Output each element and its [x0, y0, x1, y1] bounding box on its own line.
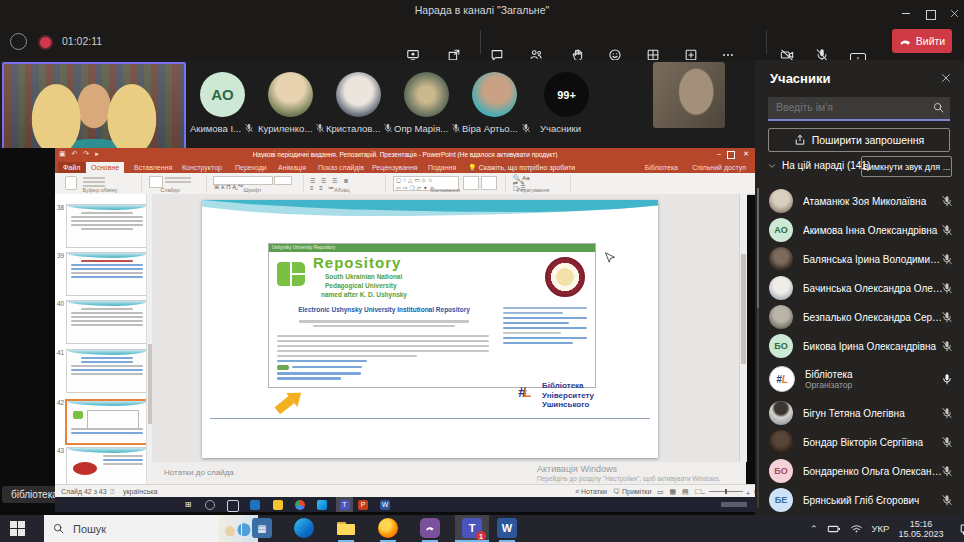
mic-off-icon[interactable]: [941, 224, 953, 236]
notes-toggle[interactable]: ≡ Нотатки: [575, 488, 607, 495]
avatar[interactable]: [472, 72, 517, 117]
participant-row[interactable]: Бачинська Олександра Олекса...: [769, 275, 955, 301]
language-indicator[interactable]: українська: [123, 488, 157, 495]
participant-search-input[interactable]: [774, 100, 928, 114]
font-size-box[interactable]: [274, 176, 292, 185]
in-meeting-section-header[interactable]: На цій нараді (141): [767, 160, 870, 171]
shared-edge-icon[interactable]: [317, 500, 327, 510]
comments-toggle[interactable]: 🗨 Примітки: [613, 488, 651, 495]
avatar[interactable]: [404, 72, 449, 117]
participant-row[interactable]: Атаманюк Зоя Миколаївна: [769, 188, 955, 214]
ppt-minimize-icon[interactable]: –: [717, 150, 721, 157]
mic-off-icon[interactable]: [941, 494, 953, 506]
slide-thumbnail-41[interactable]: [66, 349, 148, 393]
shared-taskview-icon[interactable]: [227, 500, 239, 512]
mic-off-icon[interactable]: [941, 195, 953, 207]
word-icon[interactable]: W: [497, 518, 517, 538]
mic-off-icon[interactable]: [941, 407, 953, 419]
ppt-quick-access-toolbar[interactable]: ▣ ↶ ↷ ▸: [59, 150, 101, 158]
ppt-tab-animations[interactable]: Анімація: [273, 162, 311, 173]
ppt-close-icon[interactable]: ✕: [743, 150, 749, 158]
wifi-icon[interactable]: [850, 522, 863, 535]
current-slide-canvas[interactable]: Ushynsky University Repository Repositor…: [202, 200, 658, 458]
maximize-icon[interactable]: [923, 6, 939, 22]
firefox-icon[interactable]: [378, 518, 398, 538]
ppt-tab-home[interactable]: Основне: [86, 162, 124, 173]
mic-off-icon[interactable]: [941, 282, 953, 294]
ppt-tab-review[interactable]: Рецензування: [367, 162, 423, 173]
task-view-icon[interactable]: [220, 518, 242, 540]
shared-mail-icon[interactable]: [250, 500, 260, 510]
participant-row[interactable]: Бондар Вікторія Сергіївна: [769, 429, 955, 455]
participant-row[interactable]: Балянська Ірина Володимирівна: [769, 246, 955, 272]
tray-expand-icon[interactable]: ⌃: [810, 524, 818, 534]
viber-icon[interactable]: [420, 518, 440, 538]
mic-off-icon[interactable]: [941, 436, 953, 448]
mic-off-icon[interactable]: [941, 311, 953, 323]
start-button[interactable]: [10, 521, 25, 536]
slide-thumbnail-39[interactable]: [66, 252, 148, 296]
slide-thumbnail-38[interactable]: [66, 204, 148, 248]
avatar[interactable]: [268, 72, 313, 117]
participant-row[interactable]: Бігун Тетяна Олегівна: [769, 400, 955, 426]
ppt-account-name[interactable]: Бібліотека: [640, 162, 683, 173]
ppt-tab-transitions[interactable]: Переходи: [230, 162, 272, 173]
leave-button[interactable]: Вийти: [892, 29, 952, 53]
paragraph-buttons[interactable]: ☰ ☰ ☰ ≣: [310, 177, 350, 184]
teams-taskbar-active-cell[interactable]: T1: [455, 515, 489, 542]
slide-thumbnail-40[interactable]: [66, 300, 148, 344]
ppt-tell-me[interactable]: 💡 Скажіть, що потрібно зробити: [463, 162, 580, 173]
battery-icon[interactable]: [827, 522, 841, 536]
ppt-share-button[interactable]: Спільний доступ: [687, 162, 751, 173]
participant-row[interactable]: Безпалько Олександра Сергіївна: [769, 304, 955, 330]
share-invite-button[interactable]: Поширити запрошення: [768, 128, 950, 152]
mic-off-icon[interactable]: [941, 465, 953, 477]
mute-all-button[interactable]: Вимкнути звук для ...: [861, 156, 952, 177]
calculator-icon[interactable]: ▦: [252, 518, 272, 538]
editor-scrollbar[interactable]: [739, 194, 747, 462]
secondary-video-tile[interactable]: [653, 62, 725, 128]
shared-powerpoint-icon[interactable]: P: [358, 500, 368, 510]
participant-search[interactable]: [768, 97, 950, 121]
language-indicator[interactable]: УКР: [872, 523, 890, 534]
file-explorer-icon[interactable]: [336, 518, 356, 538]
panel-scrollbar[interactable]: [757, 188, 759, 508]
action-center-icon[interactable]: [959, 522, 964, 536]
zoom-slider[interactable]: [709, 491, 743, 492]
avatar[interactable]: [336, 72, 381, 117]
ppt-slide-thumbnails[interactable]: 38 39 40 41 42 43: [55, 194, 153, 484]
participant-row[interactable]: БОБондаренко Ольга Олександрі...: [769, 458, 955, 484]
edge-icon[interactable]: [294, 518, 314, 538]
zoom-in-button[interactable]: +: [746, 490, 750, 497]
ppt-ribbon[interactable]: Буфер обміну Слайди Ж К П А̲ ᴬᵃ Шрифт ☰ …: [55, 173, 755, 195]
slide-thumbnail-42-selected[interactable]: [65, 399, 149, 445]
panel-close-icon[interactable]: [940, 72, 952, 84]
participant-row-organizer[interactable]: #L Бібліотека Організатор: [769, 362, 955, 396]
ppt-tab-design[interactable]: Конструктор: [177, 162, 227, 173]
shared-teams-active-cell[interactable]: T: [336, 497, 353, 512]
zoom-out-button[interactable]: −: [701, 490, 705, 497]
shared-chrome-icon[interactable]: [295, 500, 305, 510]
participant-row[interactable]: БОБикова Ірина Олександрівна: [769, 333, 955, 359]
ppt-tab-slideshow[interactable]: Показ слайдів: [313, 162, 369, 173]
view-mode-buttons[interactable]: ▭ ▦ ▤ 🖵: [657, 488, 703, 496]
mic-off-icon[interactable]: [941, 253, 953, 265]
shared-search-icon[interactable]: [205, 500, 215, 510]
ppt-tab-insert[interactable]: Вставлення: [129, 162, 177, 173]
mic-off-icon[interactable]: [941, 340, 953, 352]
overflow-participants-badge[interactable]: 99+: [544, 72, 589, 117]
close-icon[interactable]: [946, 5, 962, 21]
ppt-notes-pane[interactable]: Нотатки до слайда Активація Windows Пере…: [152, 462, 746, 484]
mic-on-icon[interactable]: [941, 373, 953, 385]
minimize-icon[interactable]: [898, 3, 914, 19]
participant-row[interactable]: АОАкимова Інна Олександрівна: [769, 217, 955, 243]
participant-row[interactable]: БЕБрянський Гліб Єгорович: [769, 487, 955, 513]
spellcheck-icon[interactable]: ⍞: [110, 488, 114, 496]
shared-explorer-icon[interactable]: [273, 500, 283, 510]
taskbar-clock[interactable]: 15:16 15.05.2023: [898, 519, 943, 539]
ppt-tab-file[interactable]: Файл: [58, 162, 85, 173]
shared-start-button[interactable]: ⊞: [183, 500, 193, 510]
ppt-tab-view[interactable]: Подання: [423, 162, 461, 173]
shared-word-icon[interactable]: W: [380, 500, 390, 510]
ppt-restore-icon[interactable]: [727, 151, 735, 159]
